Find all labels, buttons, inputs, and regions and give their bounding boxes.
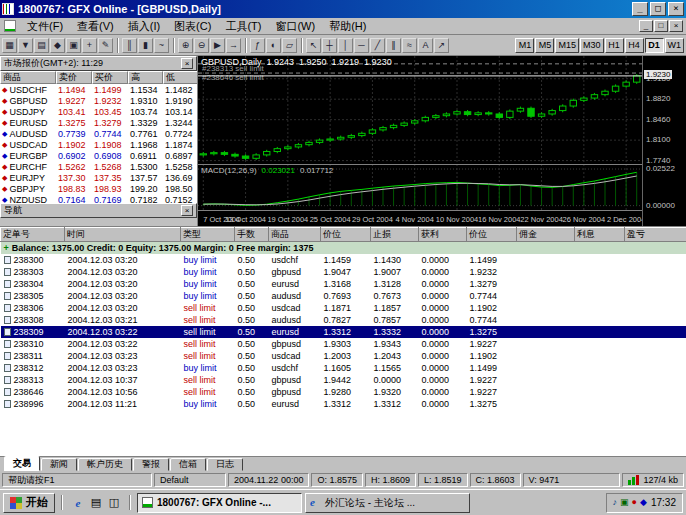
text-button[interactable]: A [418, 38, 433, 53]
antivirus-icon[interactable]: ● [632, 498, 637, 507]
volume-icon[interactable]: ♪ [613, 498, 618, 507]
tab-trade[interactable]: 交易 [4, 456, 40, 471]
channels-icon[interactable]: ◫ [105, 494, 123, 512]
orders-column-header-9[interactable]: 佣金 [517, 228, 575, 242]
templates-button[interactable]: ▱ [282, 38, 297, 53]
market-watch-column-header-4[interactable]: 低 [163, 71, 197, 84]
channel-button[interactable]: ∥ [386, 38, 401, 53]
task-button-2[interactable]: e外汇论坛 - 主论坛 ... [305, 493, 470, 513]
show-desktop-icon[interactable]: ▤ [87, 494, 105, 512]
market-watch-row-eurjpy[interactable]: ◆EURJPY137.30137.35137.57136.69 [0, 172, 197, 183]
mdi-close-button[interactable]: × [669, 20, 683, 32]
market-watch-row-usdcad[interactable]: ◆USDCAD1.19021.19081.19681.1874 [0, 139, 197, 150]
chart-shift-button[interactable]: → [226, 38, 241, 53]
input-method-icon[interactable]: ◆ [640, 498, 647, 507]
order-row-238312[interactable]: 2383122004.12.03 03:23buy limit0.50usdch… [1, 362, 686, 374]
order-row-238313[interactable]: 2383132004.12.03 10:37sell limit0.50gbpu… [1, 374, 686, 386]
auto-scroll-button[interactable]: ▶ [210, 38, 225, 53]
orders-column-header-0[interactable]: 定单号 [1, 228, 65, 242]
orders-column-header-6[interactable]: 止损 [371, 228, 419, 242]
order-row-238306[interactable]: 2383062004.12.03 03:20sell limit0.50usdc… [1, 302, 686, 314]
menu-charts[interactable]: 图表(C) [167, 18, 218, 35]
timeframe-m5-button[interactable]: M5 [535, 38, 554, 53]
market-watch-close-icon[interactable]: × [181, 58, 193, 69]
navigator-button[interactable]: ◆ [50, 38, 65, 53]
orders-column-header-5[interactable]: 价位 [321, 228, 371, 242]
market-watch-row-usdchf[interactable]: ◆USDCHF1.14941.14991.15341.1482 [0, 84, 197, 95]
network-icon[interactable]: ▣ [620, 498, 629, 507]
timeframe-h1-button[interactable]: H1 [605, 38, 624, 53]
tab-mailbox[interactable]: 信箱 [170, 458, 206, 471]
order-row-238305[interactable]: 2383052004.12.03 03:20buy limit0.50audus… [1, 290, 686, 302]
mdi-restore-button[interactable]: □ [654, 20, 668, 32]
chart-window-icon[interactable] [4, 20, 16, 32]
minimize-button[interactable]: _ [632, 2, 648, 16]
navigator-close-icon[interactable]: × [181, 205, 193, 216]
market-watch-row-usdjpy[interactable]: ◆USDJPY103.41103.45103.74103.14 [0, 106, 197, 117]
order-row-238996[interactable]: 2389962004.12.03 11:21buy limit0.50eurus… [1, 398, 686, 410]
market-watch-button[interactable]: ▤ [34, 38, 49, 53]
market-watch-column-header-0[interactable]: 商品 [0, 71, 56, 84]
market-watch-column-header-3[interactable]: 高 [128, 71, 163, 84]
timeframe-h4-button[interactable]: H4 [625, 38, 644, 53]
orders-column-header-8[interactable]: 价位 [467, 228, 517, 242]
order-row-238308[interactable]: 2383082004.12.03 03:21sell limit0.50audu… [1, 314, 686, 326]
market-watch-column-header-2[interactable]: 买价 [92, 71, 128, 84]
orders-column-header-3[interactable]: 手数 [235, 228, 269, 242]
menu-insert[interactable]: 插入(I) [121, 18, 167, 35]
market-watch-row-eurgbp[interactable]: ◆EURGBP0.69020.69080.69110.6897 [0, 150, 197, 161]
tab-news[interactable]: 新闻 [41, 458, 77, 471]
internet-explorer-icon[interactable]: e [69, 494, 87, 512]
order-row-238304[interactable]: 2383042004.12.03 03:20buy limit0.50eurus… [1, 278, 686, 290]
orders-column-header-7[interactable]: 获利 [419, 228, 467, 242]
order-row-238300[interactable]: 2383002004.12.03 03:20buy limit0.50usdch… [1, 254, 686, 266]
market-watch-row-audusd[interactable]: ◆AUDUSD0.77390.77440.77610.7724 [0, 128, 197, 139]
menu-help[interactable]: 帮助(H) [322, 18, 373, 35]
terminal-button[interactable]: ▣ [66, 38, 81, 53]
market-watch-row-nzdusd[interactable]: ◆NZDUSD0.71640.71690.71820.7152 [0, 194, 197, 203]
periods-button[interactable]: ◐ [266, 38, 281, 53]
tab-account-history[interactable]: 帐户历史 [78, 458, 132, 471]
chart-plot[interactable]: #238313 sell limit#238646 sell limit7 Oc… [198, 56, 642, 226]
menu-file[interactable]: 文件(F) [20, 18, 70, 35]
order-row-238310[interactable]: 2383102004.12.03 03:22sell limit0.50gbpu… [1, 338, 686, 350]
tab-alerts[interactable]: 警报 [133, 458, 169, 471]
metaeditor-button[interactable]: ✎ [98, 38, 113, 53]
order-row-238309[interactable]: 2383092004.12.03 03:22sell limit0.50euru… [1, 326, 686, 338]
orders-column-header-2[interactable]: 类型 [181, 228, 235, 242]
tab-journal[interactable]: 日志 [207, 458, 243, 471]
timeframe-w1-button[interactable]: W1 [665, 38, 685, 53]
fibonacci-button[interactable]: ≈ [402, 38, 417, 53]
market-watch-column-header-1[interactable]: 卖价 [56, 71, 92, 84]
order-row-238311[interactable]: 2383112004.12.03 03:23sell limit0.50usdc… [1, 350, 686, 362]
market-watch-row-eurchf[interactable]: ◆EURCHF1.52621.52681.53001.5258 [0, 161, 197, 172]
gbpusd-daily-candlestick-chart[interactable]: #238313 sell limit#238646 sell limit7 Oc… [198, 56, 642, 226]
market-watch-row-gbpusd[interactable]: ◆GBPUSD1.92271.92321.93101.9190 [0, 95, 197, 106]
menu-tools[interactable]: 工具(T) [218, 18, 268, 35]
order-row-238303[interactable]: 2383032004.12.03 03:20buy limit0.50gbpus… [1, 266, 686, 278]
timeframe-m30-button[interactable]: M30 [580, 38, 604, 53]
timeframe-m1-button[interactable]: M1 [515, 38, 534, 53]
zoom-out-button[interactable]: ⊖ [194, 38, 209, 53]
orders-column-header-11[interactable]: 盈亏 [625, 228, 686, 242]
timeframe-m15-button[interactable]: M15 [555, 38, 579, 53]
zoom-in-button[interactable]: ⊕ [178, 38, 193, 53]
indicators-button[interactable]: ƒ [250, 38, 265, 53]
orders-column-header-1[interactable]: 时间 [65, 228, 181, 242]
profiles-button[interactable]: ▼ [18, 38, 33, 53]
mdi-minimize-button[interactable]: _ [639, 20, 653, 32]
vertical-line-button[interactable]: │ [338, 38, 353, 53]
task-button-1[interactable]: 1800767: GFX Online -... [137, 493, 302, 513]
menu-view[interactable]: 查看(V) [70, 18, 121, 35]
order-row-238646[interactable]: 2386462004.12.03 10:56sell limit0.50gbpu… [1, 386, 686, 398]
cursor-button[interactable]: ↖ [306, 38, 321, 53]
close-button[interactable]: × [668, 2, 684, 16]
market-watch-row-gbpjpy[interactable]: ◆GBPJPY198.83198.93199.20198.50 [0, 183, 197, 194]
new-chart-button[interactable]: ▦ [2, 38, 17, 53]
crosshair-button[interactable]: ┼ [322, 38, 337, 53]
horizontal-line-button[interactable]: ─ [354, 38, 369, 53]
market-watch-row-eurusd[interactable]: ◆EURUSD1.32751.32791.33291.3244 [0, 117, 197, 128]
price-axis[interactable]: 1.91801.88201.84601.81001.77401.92300.02… [642, 56, 686, 226]
orders-column-header-4[interactable]: 商品 [269, 228, 321, 242]
line-chart-button[interactable]: ~ [154, 38, 169, 53]
